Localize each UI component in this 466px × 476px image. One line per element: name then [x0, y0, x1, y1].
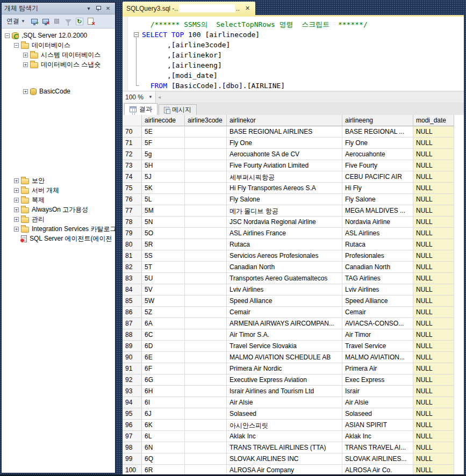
grid-cell-airlinekor[interactable]: Solaseed — [227, 408, 342, 420]
grid-cell-airline3code[interactable] — [185, 239, 227, 250]
row-number-cell[interactable]: 100 — [123, 465, 142, 475]
grid-cell-airlinekor[interactable]: SLOVAK AIRLINES INC — [227, 453, 342, 465]
row-number-cell[interactable]: 98 — [123, 442, 142, 453]
grid-cell-airlineeng[interactable]: Primera Air — [342, 363, 413, 374]
grid-cell-modi_date[interactable]: NULL — [413, 465, 454, 475]
row-number-cell[interactable]: 82 — [123, 262, 142, 273]
grid-cell-airlinekor[interactable]: 메가 몰디브 항공 — [227, 205, 342, 217]
window-menu-icon[interactable]: ▾ — [84, 4, 93, 12]
grid-cell-airlineeng[interactable]: SLOVAK AIRLINES... — [342, 453, 413, 465]
grid-cell-airlinekor[interactable]: TRANS TRAVEL AIRLINES (TTA) — [227, 442, 342, 453]
grid-cell-airlinekor[interactable]: Fly One — [227, 138, 342, 149]
grid-cell-airlineeng[interactable]: Aklak Inc — [342, 431, 413, 442]
row-number-cell[interactable]: 96 — [123, 420, 142, 431]
row-number-cell[interactable]: 76 — [123, 194, 142, 205]
row-number-cell[interactable]: 88 — [123, 329, 142, 341]
grid-cell-airlinecode[interactable]: 5W — [142, 295, 185, 307]
grid-cell-airlinekor[interactable]: Hi Fly Transportes Aereos S.A — [227, 183, 342, 194]
grid-cell-modi_date[interactable]: NULL — [413, 363, 454, 374]
grid-cell-airlinecode[interactable]: 6I — [142, 397, 185, 408]
code-fold-collapse-icon[interactable]: − — [134, 32, 139, 37]
grid-cell-modi_date[interactable]: NULL — [413, 295, 454, 307]
grid-col-header-airlinekor[interactable]: airlinekor — [227, 115, 342, 126]
grid-cell-airlinecode[interactable]: 6E — [142, 352, 185, 363]
tree-expand-icon[interactable]: + — [23, 62, 28, 67]
grid-cell-airlinecode[interactable]: 6F — [142, 363, 185, 374]
grid-col-header-airlineeng[interactable]: airlineeng — [342, 115, 413, 126]
grid-cell-airlinekor[interactable]: Canadian North — [227, 262, 342, 273]
grid-cell-modi_date[interactable]: NULL — [413, 329, 454, 341]
tree-expand-icon[interactable]: + — [23, 89, 28, 94]
grid-cell-modi_date[interactable]: NULL — [413, 228, 454, 239]
grid-cell-airlinekor[interactable]: Cemair — [227, 307, 342, 318]
grid-cell-airline3code[interactable] — [185, 217, 227, 228]
grid-cell-airlinekor[interactable]: Air Timor S.A. — [227, 329, 342, 341]
grid-cell-modi_date[interactable]: NULL — [413, 138, 454, 149]
grid-cell-airlineeng[interactable]: Air Timor — [342, 329, 413, 341]
grid-cell-airlineeng[interactable]: Lviv Airlines — [342, 284, 413, 295]
grid-cell-airlineeng[interactable]: ASIAN SPIRIT — [342, 420, 413, 431]
grid-cell-airlinecode[interactable]: 5V — [142, 284, 185, 295]
grid-cell-airline3code[interactable] — [185, 183, 227, 194]
grid-cell-modi_date[interactable]: NULL — [413, 205, 454, 217]
grid-cell-airlineeng[interactable]: Nordavia Airline — [342, 217, 413, 228]
grid-cell-airlineeng[interactable]: Fly One — [342, 138, 413, 149]
tree-expand-icon[interactable]: + — [14, 178, 19, 183]
grid-cell-airlinecode[interactable]: 5g — [142, 149, 185, 160]
grid-cell-airlineeng[interactable]: Israir — [342, 386, 413, 397]
row-number-cell[interactable]: 72 — [123, 149, 142, 160]
grid-cell-airlineeng[interactable]: ALROSA Air Co. — [342, 465, 413, 475]
grid-cell-airlineeng[interactable]: TRANS TRAVEL AI... — [342, 442, 413, 453]
grid-cell-modi_date[interactable]: NULL — [413, 194, 454, 205]
row-number-cell[interactable]: 84 — [123, 284, 142, 295]
grid-cell-airlineeng[interactable]: BASE REGIONAL ... — [342, 126, 413, 138]
grid-cell-airlinekor[interactable]: ARMENIA AIRWAYS AIRCOMPAN... — [227, 318, 342, 329]
grid-col-header-modi_date[interactable]: modi_date — [413, 115, 454, 126]
tree-item-7[interactable]: +복제 — [2, 195, 115, 205]
grid-cell-airline3code[interactable] — [185, 352, 227, 363]
grid-cell-modi_date[interactable]: NULL — [413, 431, 454, 442]
grid-cell-modi_date[interactable]: NULL — [413, 408, 454, 420]
grid-cell-airline3code[interactable] — [185, 363, 227, 374]
grid-cell-airlinecode[interactable]: 6J — [142, 408, 185, 420]
horizontal-scrollbar[interactable]: ◂ — [156, 91, 464, 103]
grid-cell-airlinecode[interactable]: 5N — [142, 217, 185, 228]
grid-cell-airlinecode[interactable]: 5U — [142, 273, 185, 284]
grid-cell-modi_date[interactable]: NULL — [413, 160, 454, 171]
disconnect-server-button[interactable]: ✕ — [41, 17, 51, 26]
grid-cell-airlineeng[interactable]: Air Alsie — [342, 397, 413, 408]
grid-cell-airlineeng[interactable]: MALMO AVIATION... — [342, 352, 413, 363]
row-number-cell[interactable]: 81 — [123, 250, 142, 262]
tree-expand-icon[interactable]: + — [14, 227, 19, 232]
grid-cell-airlinecode[interactable]: 5R — [142, 239, 185, 250]
tab-results[interactable]: 결과 — [124, 103, 157, 115]
tab-messages[interactable]: 메시지 — [159, 104, 197, 115]
grid-cell-airline3code[interactable] — [185, 420, 227, 431]
tree-item-1[interactable]: −데이터베이스 — [2, 40, 115, 50]
grid-cell-airlinekor[interactable]: Servicios Aereos Profesionales — [227, 250, 342, 262]
code-line-3[interactable]: ,[airlinekor] — [142, 50, 368, 60]
grid-cell-airlinekor[interactable]: Speed Alliance — [227, 295, 342, 307]
grid-cell-airline3code[interactable] — [185, 273, 227, 284]
tree-item-8[interactable]: +AlwaysOn 고가용성 — [2, 205, 115, 214]
row-number-cell[interactable]: 75 — [123, 183, 142, 194]
grid-cell-airlinecode[interactable]: 6A — [142, 318, 185, 329]
grid-cell-airlinekor[interactable]: 세부퍼시픽항공 — [227, 171, 342, 183]
grid-cell-airline3code[interactable] — [185, 126, 227, 138]
code-line-4[interactable]: ,[airlineeng] — [142, 60, 368, 70]
row-number-cell[interactable]: 92 — [123, 374, 142, 386]
grid-cell-modi_date[interactable]: NULL — [413, 183, 454, 194]
grid-cell-airlinekor[interactable]: Rutaca — [227, 239, 342, 250]
grid-cell-airlinekor[interactable]: Fly Salone — [227, 194, 342, 205]
grid-cell-airline3code[interactable] — [185, 329, 227, 341]
tab-sqlquery3[interactable]: SQLQuery3.sql -.. .. ✕ — [123, 2, 255, 15]
grid-cell-airlinecode[interactable]: 5F — [142, 138, 185, 149]
row-number-cell[interactable]: 95 — [123, 408, 142, 420]
row-number-cell[interactable]: 70 — [123, 126, 142, 138]
row-number-cell[interactable]: 71 — [123, 138, 142, 149]
grid-cell-airlinecode[interactable]: 5H — [142, 160, 185, 171]
row-number-cell[interactable]: 91 — [123, 363, 142, 374]
grid-cell-airlineeng[interactable]: Travel Service — [342, 341, 413, 352]
grid-cell-airlinekor[interactable]: JSC Nordavia Regional Airline — [227, 217, 342, 228]
grid-cell-airlineeng[interactable]: Rutaca — [342, 239, 413, 250]
